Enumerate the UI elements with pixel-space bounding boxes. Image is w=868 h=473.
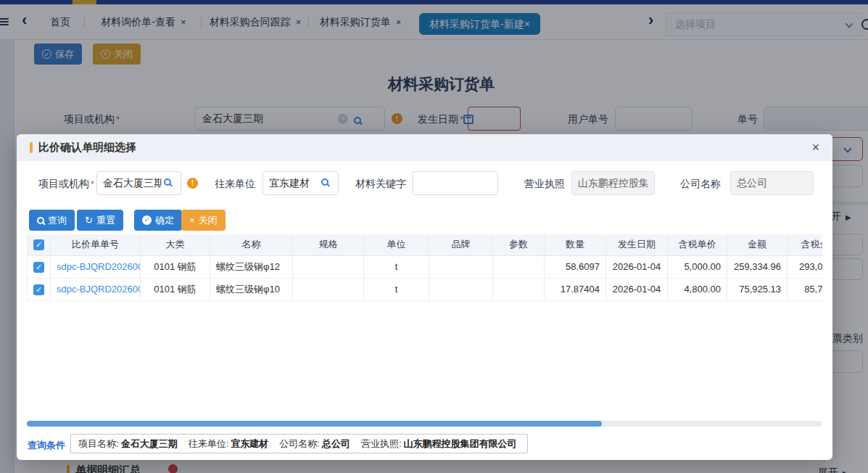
summary-item: 往来单位:宜东建材 [189, 437, 269, 451]
search-icon[interactable] [321, 178, 328, 186]
check-circle-icon [142, 215, 152, 225]
table-header-row: 比价单单号 大类 名称 规格 单位 品牌 参数 数量 发生日期 含税单价 金额 … [28, 234, 823, 255]
modal-title: 比价确认单明细选择 [38, 141, 136, 155]
query-condition-label: 查询条件 [28, 439, 65, 452]
modal-company-input[interactable] [730, 171, 814, 195]
modal-org-label: 项目或机构 [38, 178, 94, 191]
table-row[interactable]: sdpc-BJQRD20260000 0101 钢筋 螺纹三级钢φ10 t 17… [28, 278, 823, 300]
col-header: 比价单单号 [51, 234, 141, 255]
select-all-checkbox[interactable] [33, 239, 44, 250]
compare-doc-link[interactable]: sdpc-BJQRD20260000 [57, 261, 141, 272]
info-icon [187, 178, 198, 189]
query-button[interactable]: 查询 [29, 210, 75, 231]
modal-license-input[interactable] [571, 171, 655, 195]
col-header: 参数 [493, 234, 545, 255]
row-checkbox[interactable] [33, 262, 44, 273]
modal-header: 比价确认单明细选择 × [17, 134, 832, 161]
horizontal-scrollbar-thumb[interactable] [27, 421, 602, 427]
close-modal-button[interactable]: 关闭 [181, 210, 226, 231]
x-icon [189, 215, 195, 226]
modal-keyword-input[interactable] [412, 171, 498, 195]
summary-item: 营业执照:山东鹏程控股集团有限公司 [361, 437, 517, 451]
modal-keyword-label: 材料关键字 [355, 178, 406, 191]
refresh-icon [85, 215, 93, 226]
summary-item: 项目名称:金石大厦三期 [78, 437, 178, 451]
search-icon[interactable] [164, 178, 171, 186]
result-table: 比价单单号 大类 名称 规格 单位 品牌 参数 数量 发生日期 含税单价 金额 … [27, 234, 822, 301]
modal-close-icon[interactable]: × [811, 140, 819, 155]
modal-vendor-label: 往来单位 [215, 178, 255, 191]
section-marker [30, 142, 33, 153]
compare-doc-link[interactable]: sdpc-BJQRD20260000 [57, 284, 141, 295]
compare-confirm-select-modal: 比价确认单明细选择 × 项目或机构 往来单位 材料关键字 营业执照 公司名称 查… [17, 134, 832, 460]
modal-company-label: 公司名称 [680, 178, 721, 191]
reset-button[interactable]: 重置 [77, 210, 123, 231]
col-header: 数量 [545, 234, 606, 255]
col-header: 含税金额 [788, 234, 823, 255]
col-header: 含税单价 [668, 234, 727, 255]
col-header: 规格 [293, 234, 364, 255]
col-header: 大类 [141, 234, 210, 255]
select-all-cell [28, 234, 51, 255]
col-header: 品牌 [429, 234, 493, 255]
summary-item: 公司名称:总公司 [279, 437, 350, 451]
row-checkbox[interactable] [33, 284, 44, 295]
col-header: 名称 [210, 234, 293, 255]
horizontal-scrollbar-track[interactable] [27, 421, 822, 427]
table-row[interactable]: sdpc-BJQRD20260000 0101 钢筋 螺纹三级钢φ12 t 58… [28, 255, 823, 278]
confirm-button[interactable]: 确定 [134, 210, 182, 231]
search-icon [37, 217, 44, 224]
col-header: 单位 [364, 234, 429, 255]
col-header: 发生日期 [606, 234, 668, 255]
col-header: 金额 [727, 234, 788, 255]
query-condition-summary: 项目名称:金石大厦三期 往来单位:宜东建材 公司名称:总公司 营业执照:山东鹏程… [70, 434, 528, 453]
modal-license-label: 营业执照 [524, 178, 565, 191]
